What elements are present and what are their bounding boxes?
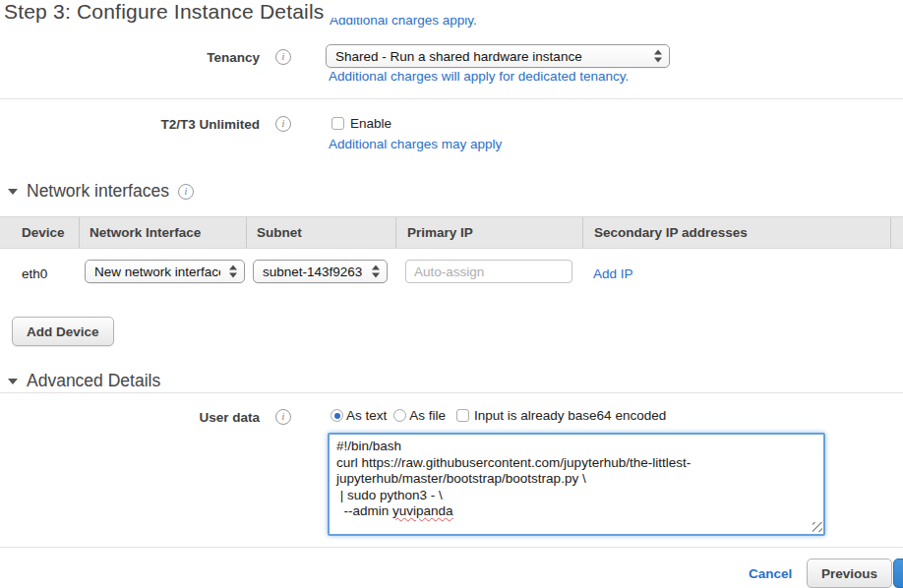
col-header-subnet: Subnet bbox=[246, 217, 395, 248]
next-button[interactable] bbox=[893, 559, 903, 588]
tenancy-select[interactable]: Shared - Run a shared hardware instance bbox=[326, 44, 670, 68]
as-text-radio-label[interactable]: As text bbox=[346, 408, 387, 423]
network-interfaces-heading: Network interfaces bbox=[27, 181, 169, 202]
user-data-label: User data bbox=[0, 410, 260, 425]
subnet-select-value: subnet-143f9263 bbox=[263, 265, 362, 279]
additional-charges-clipped-link-text: Additional charges apply. bbox=[330, 18, 477, 28]
as-file-radio[interactable] bbox=[393, 409, 406, 422]
collapse-triangle-icon bbox=[8, 189, 18, 195]
network-interface-select-value: New network interface bbox=[94, 265, 220, 279]
tenancy-charges-link[interactable]: Additional charges will apply for dedica… bbox=[329, 69, 629, 84]
divider bbox=[0, 547, 903, 548]
additional-charges-clipped-link[interactable]: Additional charges apply. bbox=[330, 18, 477, 30]
col-header-network-interface: Network Interface bbox=[79, 217, 246, 248]
select-stepper-icon bbox=[372, 265, 380, 278]
page-title: Step 3: Configure Instance Details bbox=[4, 0, 324, 24]
col-header-spacer bbox=[890, 217, 903, 248]
col-header-device: Device bbox=[0, 217, 79, 248]
as-file-radio-label[interactable]: As file bbox=[409, 408, 446, 423]
tenancy-info-icon[interactable] bbox=[275, 49, 291, 65]
t2t3-enable-checkbox[interactable] bbox=[331, 117, 344, 130]
base64-checkbox[interactable] bbox=[456, 409, 469, 422]
advanced-details-section-header[interactable]: Advanced Details bbox=[8, 371, 160, 391]
subnet-select[interactable]: subnet-143f9263 bbox=[253, 260, 388, 283]
resize-grip-icon[interactable] bbox=[813, 522, 822, 532]
base64-checkbox-label[interactable]: Input is already base64 encoded bbox=[474, 408, 666, 423]
user-data-info-icon[interactable] bbox=[275, 409, 291, 425]
t2t3-info-icon[interactable] bbox=[275, 116, 291, 132]
col-header-secondary-ip: Secondary IP addresses bbox=[582, 217, 890, 248]
divider bbox=[0, 98, 903, 99]
add-device-button[interactable]: Add Device bbox=[12, 317, 114, 346]
cancel-link[interactable]: Cancel bbox=[749, 566, 792, 581]
user-data-textarea[interactable]: #!/bin/bash curl https://raw.githubuserc… bbox=[328, 433, 825, 536]
divider bbox=[0, 392, 903, 393]
collapse-triangle-icon bbox=[8, 379, 18, 384]
add-ip-link[interactable]: Add IP bbox=[593, 266, 633, 281]
t2t3-charges-link[interactable]: Additional charges may apply bbox=[329, 137, 502, 151]
tenancy-select-value: Shared - Run a shared hardware instance bbox=[335, 49, 582, 64]
t2t3-unlimited-label: T2/T3 Unlimited bbox=[0, 117, 260, 132]
network-interfaces-info-icon[interactable] bbox=[178, 184, 194, 200]
network-interface-select[interactable]: New network interface bbox=[85, 260, 245, 283]
advanced-details-heading: Advanced Details bbox=[27, 371, 160, 391]
network-interfaces-table-header: Device Network Interface Subnet Primary … bbox=[0, 216, 903, 249]
as-text-radio[interactable] bbox=[331, 409, 343, 422]
select-stepper-icon bbox=[229, 265, 237, 278]
primary-ip-input[interactable] bbox=[405, 260, 572, 283]
previous-button[interactable]: Previous bbox=[807, 559, 892, 588]
select-stepper-icon bbox=[654, 50, 662, 63]
t2t3-enable-checkbox-label[interactable]: Enable bbox=[350, 116, 391, 131]
tenancy-label: Tenancy bbox=[0, 50, 260, 65]
user-data-options: As text As file Input is already base64 … bbox=[331, 408, 666, 423]
device-name: eth0 bbox=[22, 266, 47, 281]
network-interfaces-section-header[interactable]: Network interfaces bbox=[8, 181, 194, 202]
col-header-primary-ip: Primary IP bbox=[395, 217, 582, 248]
